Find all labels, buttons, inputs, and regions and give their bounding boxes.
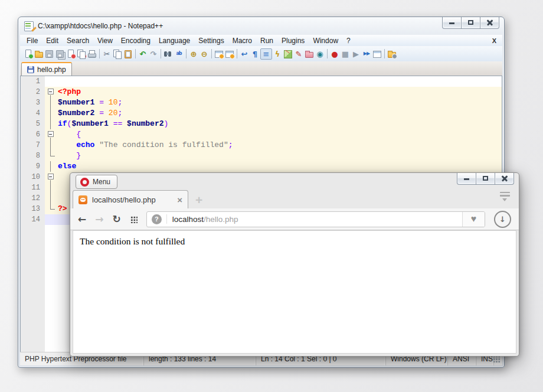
minimize-icon (464, 178, 469, 180)
notepadpp-icon (24, 21, 34, 31)
find-icon[interactable] (163, 49, 174, 59)
toolbar-separator (237, 49, 237, 58)
menu-settings[interactable]: Settings (194, 35, 228, 46)
copy-icon[interactable] (112, 49, 123, 59)
tab-hello-php[interactable]: hello.php (21, 62, 72, 76)
macro-run-multiple-icon[interactable]: ▶▶ (361, 49, 372, 59)
menu-macro[interactable]: Macro (228, 35, 256, 46)
opera-tab-localhost[interactable]: localhost/hello.php × (73, 190, 188, 209)
download-button[interactable]: ↓ (494, 211, 511, 228)
fold-marker-icon[interactable] (45, 87, 58, 97)
minimize-button[interactable] (442, 17, 462, 29)
saved-file-icon (27, 66, 34, 73)
macro-play-icon[interactable]: ▶ (351, 49, 361, 59)
open-file-icon[interactable] (34, 49, 44, 59)
maximize-button[interactable] (461, 17, 480, 29)
cut-icon[interactable]: ✂ (102, 49, 112, 59)
menu-view[interactable]: View (93, 35, 117, 46)
sync-vertical-icon[interactable] (214, 49, 224, 59)
menu-encoding[interactable]: Encoding (117, 35, 155, 46)
menu-edit[interactable]: Edit (42, 35, 63, 46)
save-all-icon[interactable] (55, 49, 66, 59)
opera-menu-button[interactable]: Menu (76, 175, 117, 189)
new-tab-button[interactable]: + (195, 194, 202, 206)
fold-marker-icon (45, 193, 58, 204)
zoom-in-icon[interactable]: ⊕ (188, 49, 199, 59)
code-text[interactable]: <?php (58, 87, 502, 97)
indent-guide-icon[interactable]: ≡ (260, 48, 272, 60)
minimize-button[interactable] (457, 173, 476, 185)
document-map-icon[interactable] (283, 49, 293, 59)
code-text[interactable] (58, 76, 502, 87)
show-all-characters-icon[interactable]: ¶ (250, 49, 260, 59)
print-icon[interactable] (87, 49, 97, 59)
folder-workspace-icon[interactable] (304, 49, 315, 59)
menu-run[interactable]: Run (256, 35, 277, 46)
url-host: localhost (172, 215, 204, 224)
monitoring-eye-icon[interactable]: ◉ (315, 49, 325, 59)
doc-close-button[interactable]: X (492, 37, 502, 44)
folder-link-icon[interactable] (387, 49, 397, 59)
word-wrap-icon[interactable]: ↩ (239, 49, 250, 59)
sync-horizontal-icon[interactable] (224, 49, 235, 59)
badge-icon (219, 54, 224, 59)
line-number: 8 (21, 151, 45, 161)
menu-search[interactable]: Search (63, 35, 93, 46)
fold-marker-icon[interactable] (45, 129, 58, 140)
paste-icon[interactable] (123, 49, 133, 59)
code-text[interactable]: echo "The condition is fulfilled"; (58, 140, 502, 151)
line-number: 11 (21, 182, 45, 193)
address-bar[interactable]: localhost/hello.php ♥ (146, 211, 485, 227)
line-number: 2 (21, 87, 45, 97)
code-text[interactable]: { (58, 129, 502, 140)
notepadpp-titlebar[interactable]: C:\xampp\htdocs\hello.php - Notepad++ (18, 17, 504, 35)
fold-margin (45, 214, 58, 225)
tab-label: hello.php (37, 66, 66, 74)
toolbar-separator (211, 49, 212, 58)
close-all-icon[interactable] (76, 49, 87, 59)
maximize-button[interactable] (476, 173, 495, 185)
window-title: C:\xampp\htdocs\hello.php - Notepad++ (38, 22, 163, 30)
reload-button[interactable]: ↻ (113, 213, 121, 225)
opera-toolbar: ← → ↻ localhost/hello.php ♥ ↓ (70, 208, 519, 230)
redo-icon[interactable]: ↷ (148, 49, 159, 59)
undo-icon[interactable]: ↶ (138, 49, 148, 59)
opera-window-controls (457, 173, 514, 185)
close-button[interactable] (480, 17, 499, 29)
code-text[interactable]: } (58, 151, 502, 161)
close-button[interactable] (495, 173, 514, 185)
forward-button[interactable]: → (95, 213, 103, 225)
code-text[interactable]: else (58, 161, 502, 172)
zoom-out-icon[interactable]: ⊖ (199, 49, 210, 59)
replace-icon[interactable]: ab (174, 49, 184, 59)
menu-file[interactable]: File (22, 35, 42, 46)
menu-window[interactable]: Window (309, 35, 342, 46)
new-file-icon[interactable] (23, 49, 34, 59)
editor-line-2: 2<?php (21, 87, 502, 97)
tab-close-icon[interactable]: × (177, 195, 182, 204)
macro-record-icon[interactable]: ● (329, 49, 340, 59)
menu-help[interactable]: ? (342, 35, 355, 46)
speed-dial-icon[interactable] (130, 215, 138, 223)
code-text[interactable]: $number2 = 20; (58, 108, 502, 119)
editor-line-9: 9else (21, 161, 502, 172)
menu-language[interactable]: Language (155, 35, 194, 46)
line-number: 1 (21, 76, 45, 87)
code-text[interactable]: $number1 = 10; (58, 97, 502, 108)
fold-marker-icon[interactable] (45, 172, 58, 182)
macro-save-icon[interactable] (372, 49, 382, 59)
save-icon[interactable] (44, 49, 55, 59)
bookmark-heart-button[interactable]: ♥ (462, 212, 485, 227)
macro-stop-icon[interactable]: ■ (340, 49, 351, 59)
line-number: 3 (21, 97, 45, 108)
lightning-icon[interactable]: ϟ (272, 49, 283, 59)
site-info-icon[interactable] (152, 214, 162, 224)
menu-plugins[interactable]: Plugins (277, 35, 309, 46)
edit-pen-icon[interactable]: ✎ (293, 49, 304, 59)
url-text[interactable]: localhost/hello.php (172, 215, 238, 224)
close-file-icon[interactable] (66, 49, 76, 59)
editor-line-3: 3$number1 = 10; (21, 97, 502, 108)
code-text[interactable]: if($number1 == $number2) (58, 119, 502, 129)
back-button[interactable]: ← (78, 213, 86, 225)
page-content: The condition is not fulfilled (73, 230, 516, 354)
